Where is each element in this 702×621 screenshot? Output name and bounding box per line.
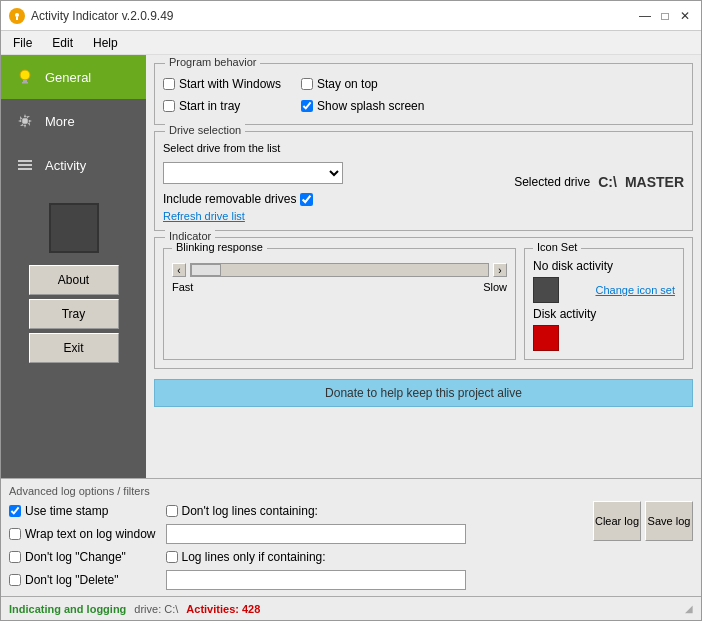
slider-container: ‹ › Fast Slow xyxy=(172,263,507,293)
log-only-row: Log lines only if containing: xyxy=(166,550,583,564)
titlebar-controls: — □ ✕ xyxy=(637,8,693,24)
dont-log-containing-label: Don't log lines containing: xyxy=(182,504,318,518)
stay-top-row: Stay on top xyxy=(301,77,424,91)
refresh-link[interactable]: Refresh drive list xyxy=(163,210,343,222)
selected-drive-label: Selected drive xyxy=(514,175,590,189)
show-splash-label: Show splash screen xyxy=(317,99,424,113)
include-removable-checkbox[interactable] xyxy=(300,193,313,206)
stay-top-label: Stay on top xyxy=(317,77,378,91)
log-only-checkbox[interactable] xyxy=(166,551,178,563)
log-section: Advanced log options / filters Use time … xyxy=(1,478,701,596)
resize-handle[interactable]: ◢ xyxy=(685,603,693,614)
no-disk-label: No disk activity xyxy=(533,259,613,273)
no-disk-icon-row: Change icon set xyxy=(533,277,675,303)
dont-log-delete-label: Don't log "Delete" xyxy=(25,573,119,587)
dont-log-change-row: Don't log "Change" xyxy=(9,550,156,564)
no-disk-icon xyxy=(533,277,559,303)
drive-select[interactable] xyxy=(163,162,343,184)
disk-preview xyxy=(49,203,99,253)
titlebar-left: Activity Indicator v.2.0.9.49 xyxy=(9,8,174,24)
slider-right-arrow[interactable]: › xyxy=(493,263,507,277)
menu-file[interactable]: File xyxy=(5,34,40,52)
drive-selection-group: Drive selection Select drive from the li… xyxy=(154,131,693,231)
dont-log-change-checkbox[interactable] xyxy=(9,551,21,563)
wrap-text-label: Wrap text on log window xyxy=(25,527,156,541)
window-title: Activity Indicator v.2.0.9.49 xyxy=(31,9,174,23)
donate-label: Donate to help keep this project alive xyxy=(325,386,522,400)
sidebar-item-more[interactable]: More xyxy=(1,99,146,143)
selected-drive-name: MASTER xyxy=(625,174,684,190)
show-splash-checkbox[interactable] xyxy=(301,100,313,112)
use-timestamp-label: Use time stamp xyxy=(25,504,108,518)
sidebar: General More xyxy=(1,55,146,478)
indicator-row: Blinking response ‹ › Fast xyxy=(163,248,684,360)
use-timestamp-row: Use time stamp xyxy=(9,504,156,518)
start-tray-row: Start in tray xyxy=(163,99,281,113)
log-section-title: Advanced log options / filters xyxy=(9,485,693,497)
slider-bar[interactable] xyxy=(190,263,489,277)
change-icon-link[interactable]: Change icon set xyxy=(596,284,676,296)
menu-help[interactable]: Help xyxy=(85,34,126,52)
main-area: General More xyxy=(1,55,701,478)
donate-bar[interactable]: Donate to help keep this project alive xyxy=(154,379,693,407)
slider-left-arrow[interactable]: ‹ xyxy=(172,263,186,277)
use-timestamp-checkbox[interactable] xyxy=(9,505,21,517)
list-icon xyxy=(13,153,37,177)
dont-log-containing-row: Don't log lines containing: xyxy=(166,504,583,518)
titlebar: Activity Indicator v.2.0.9.49 — □ ✕ xyxy=(1,1,701,31)
close-button[interactable]: ✕ xyxy=(677,8,693,24)
drive-row: Select drive from the list Include remov… xyxy=(163,142,684,222)
gear-icon xyxy=(13,109,37,133)
sidebar-bottom: About Tray Exit xyxy=(1,195,146,371)
program-behavior-title: Program behavior xyxy=(165,56,260,68)
log-options-row: Use time stamp Wrap text on log window D… xyxy=(9,501,693,590)
include-removable-row: Include removable drives xyxy=(163,192,343,206)
dont-log-delete-checkbox[interactable] xyxy=(9,574,21,586)
stay-top-checkbox[interactable] xyxy=(301,78,313,90)
pb-col-left: Start with Windows Start in tray xyxy=(163,74,281,116)
svg-rect-2 xyxy=(16,17,18,20)
sidebar-item-general[interactable]: General xyxy=(1,55,146,99)
status-indicating: Indicating and logging xyxy=(9,603,126,615)
sidebar-general-label: General xyxy=(45,70,91,85)
save-log-button[interactable]: Save log xyxy=(645,501,693,541)
blinking-response-group: Blinking response ‹ › Fast xyxy=(163,248,516,360)
log-buttons: Clear log Save log xyxy=(593,501,693,541)
dont-log-input[interactable] xyxy=(166,524,466,544)
tray-button[interactable]: Tray xyxy=(29,299,119,329)
app-icon xyxy=(9,8,25,24)
status-activities: Activities: 428 xyxy=(186,603,260,615)
svg-rect-5 xyxy=(22,82,28,84)
fast-label: Fast xyxy=(172,281,193,293)
statusbar: Indicating and logging drive: C:\ Activi… xyxy=(1,596,701,620)
svg-point-3 xyxy=(20,70,30,80)
wrap-text-checkbox[interactable] xyxy=(9,528,21,540)
content-panel: Program behavior Start with Windows Star… xyxy=(146,55,701,478)
log-only-input[interactable] xyxy=(166,570,466,590)
drive-dropdown xyxy=(163,162,343,184)
program-behavior-group: Program behavior Start with Windows Star… xyxy=(154,63,693,125)
dont-log-change-label: Don't log "Change" xyxy=(25,550,126,564)
start-windows-row: Start with Windows xyxy=(163,77,281,91)
drive-selection-title: Drive selection xyxy=(165,124,245,136)
start-windows-checkbox[interactable] xyxy=(163,78,175,90)
clear-log-button[interactable]: Clear log xyxy=(593,501,641,541)
log-col-left: Use time stamp Wrap text on log window D… xyxy=(9,501,156,590)
no-disk-row: No disk activity xyxy=(533,259,675,273)
start-windows-label: Start with Windows xyxy=(179,77,281,91)
sidebar-item-activity[interactable]: Activity xyxy=(1,143,146,187)
start-tray-label: Start in tray xyxy=(179,99,240,113)
exit-button[interactable]: Exit xyxy=(29,333,119,363)
menubar: File Edit Help xyxy=(1,31,701,55)
svg-point-1 xyxy=(15,13,19,17)
selected-drive-value: C:\ xyxy=(598,174,617,190)
about-button[interactable]: About xyxy=(29,265,119,295)
sidebar-more-label: More xyxy=(45,114,75,129)
maximize-button[interactable]: □ xyxy=(657,8,673,24)
minimize-button[interactable]: — xyxy=(637,8,653,24)
dont-log-containing-checkbox[interactable] xyxy=(166,505,178,517)
menu-edit[interactable]: Edit xyxy=(44,34,81,52)
blinking-response-title: Blinking response xyxy=(172,241,267,253)
disk-activity-label: Disk activity xyxy=(533,307,675,321)
start-tray-checkbox[interactable] xyxy=(163,100,175,112)
